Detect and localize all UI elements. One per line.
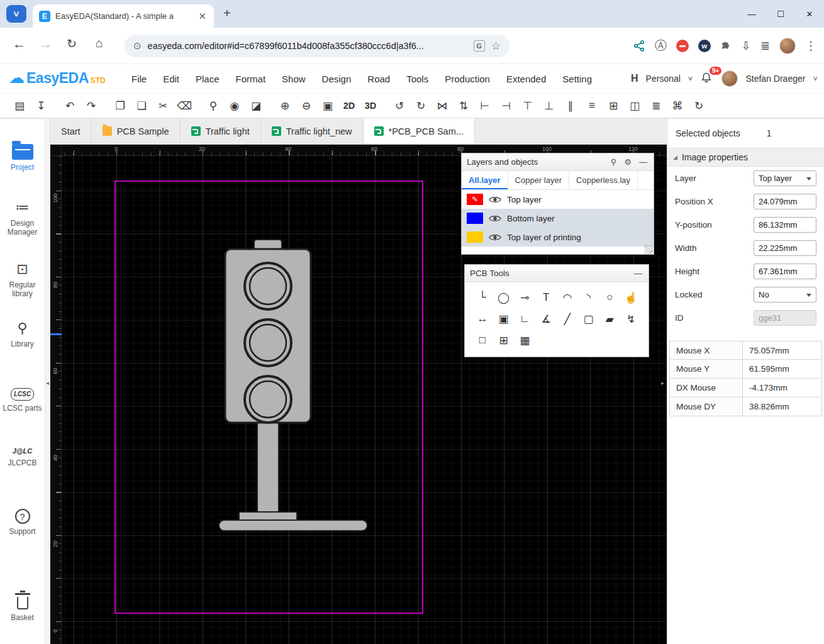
zoom-out-button[interactable]: ⊖	[296, 96, 317, 115]
rotate-ccw-button[interactable]: ↺	[389, 96, 410, 115]
locked-select[interactable]: No	[754, 287, 816, 303]
sidebar-item-lcsc-parts[interactable]: LCSC LCSC parts	[0, 386, 45, 413]
address-bar[interactable]: ⊙ easyeda.com/editor#id=c67899f6011b4d00…	[125, 35, 509, 57]
pcb-tool-connect-pad-icon[interactable]: ↯	[621, 311, 641, 326]
flip-vertical-button[interactable]: ⇅	[453, 96, 474, 115]
forward-button[interactable]: →	[39, 36, 52, 52]
image-properties-header[interactable]: ◢ Image properties	[667, 148, 824, 167]
bookmark-star-icon[interactable]: ☆	[491, 40, 501, 53]
width-input[interactable]: 22.225mm	[754, 240, 816, 256]
arrange-windows-button[interactable]: ◫	[624, 96, 645, 115]
align-bottom-button[interactable]: ⊥	[538, 96, 560, 115]
personal-dropdown[interactable]: Personal	[646, 74, 681, 84]
layers-tab-all-layer[interactable]: All.layer	[462, 171, 508, 189]
layers-panel-header[interactable]: Layers and objects ⚲ ⚙ —	[462, 153, 654, 171]
collapse-left-panel-arrow[interactable]: ◂	[45, 374, 50, 392]
resize-grip[interactable]	[645, 245, 653, 253]
open-project-button[interactable]: ▤	[9, 96, 30, 115]
delete-button[interactable]: ⌫	[174, 96, 195, 115]
rotate-cw-button[interactable]: ↻	[410, 96, 431, 115]
menu-tools[interactable]: Tools	[398, 74, 437, 84]
window-close-button[interactable]: ✕	[795, 0, 824, 28]
menu-show[interactable]: Show	[274, 74, 314, 84]
align-left-button[interactable]: ⊢	[474, 96, 496, 115]
new-tab-button[interactable]: +	[223, 6, 231, 21]
browser-profile-avatar[interactable]	[779, 38, 796, 54]
position-y-input[interactable]: 86.132mm	[754, 217, 816, 233]
align-right-button[interactable]: ⊣	[496, 96, 517, 115]
pcb-tool-canvas-origin-icon[interactable]: ∟	[515, 311, 535, 326]
reload-button[interactable]: ↻	[67, 36, 77, 51]
pcb-tool-track-icon[interactable]: └	[472, 290, 493, 305]
pcb-tool-drag-icon[interactable]: ☝	[621, 290, 641, 305]
menu-design[interactable]: Design	[314, 74, 360, 84]
pcb-tool-dimension-icon[interactable]: ↔	[472, 311, 493, 326]
save-button[interactable]: ↧	[30, 96, 52, 115]
menu-production[interactable]: Production	[437, 74, 498, 84]
eye-icon[interactable]	[489, 214, 501, 223]
extension-a-icon[interactable]: Ⓐ	[655, 38, 667, 54]
url-text[interactable]: easyeda.com/editor#id=c67899f6011b4d008f…	[148, 41, 467, 51]
collapse-section-icon[interactable]: ◢	[673, 154, 677, 160]
layer-color-swatch[interactable]	[467, 213, 483, 224]
tab-search-button[interactable]: ˅	[6, 5, 26, 23]
sidebar-item-support[interactable]: ? Support	[0, 508, 45, 536]
pcb-tool-pad-icon[interactable]: ◯	[494, 290, 514, 305]
pcb-tool-image-icon[interactable]: ▣	[494, 311, 514, 326]
pcb-tool-text-icon[interactable]: T	[536, 290, 556, 305]
gear-icon[interactable]: ⚙	[623, 157, 633, 167]
distribute-vertical-button[interactable]: ≡	[581, 96, 603, 115]
menu-setting[interactable]: Setting	[554, 74, 600, 84]
share-icon[interactable]	[633, 40, 645, 52]
sidebar-item-regular-library[interactable]: ⊡ Regular library	[0, 261, 45, 299]
browser-menu-icon[interactable]: ⋮	[805, 39, 816, 53]
home-button[interactable]: ⌂	[96, 36, 103, 50]
sidebar-item-design-manager[interactable]: ≔ Design Manager	[0, 199, 45, 237]
doc-tab-pcb-pcb-sample[interactable]: *PCB_PCB Sam...	[364, 118, 475, 144]
layers-tab-copperless-layer[interactable]: Copperless.lay	[569, 171, 638, 189]
user-name-dropdown[interactable]: Stefan Draeger	[745, 74, 805, 84]
window-maximize-button[interactable]: ☐	[766, 0, 795, 28]
minimize-panel-icon[interactable]: —	[638, 157, 649, 167]
browser-tab[interactable]: E EasyEDA(Standard) - A simple a ✕	[33, 4, 214, 28]
copy-button[interactable]: ❏	[131, 96, 152, 115]
pcb-tool-via-icon[interactable]: ⊸	[515, 290, 535, 305]
layer-color-swatch[interactable]: ✎	[467, 194, 483, 205]
menu-format[interactable]: Format	[228, 74, 274, 84]
traffic-light-image[interactable]	[219, 240, 367, 531]
align-top-button[interactable]: ⊤	[517, 96, 538, 115]
translate-icon[interactable]: G	[474, 40, 485, 52]
shortcut-keys-button[interactable]: ⌘	[667, 96, 688, 115]
pcb-tool-protractor-icon[interactable]: ∡	[536, 311, 556, 326]
tab-close-icon[interactable]: ✕	[197, 11, 208, 22]
sidebar-item-library[interactable]: ⚲ Library	[0, 320, 45, 348]
align-grid-button[interactable]: ⊞	[603, 96, 624, 115]
menu-edit[interactable]: Edit	[155, 74, 187, 84]
refresh-button[interactable]: ↻	[688, 96, 710, 115]
layer-select[interactable]: Top layer	[754, 170, 816, 186]
doc-tab-traffic-light[interactable]: Traffic light	[181, 118, 261, 144]
reading-list-icon[interactable]: ≣	[760, 39, 770, 53]
layer-color-swatch[interactable]	[467, 231, 483, 243]
net-list-button[interactable]: ≣	[645, 96, 667, 115]
layer-row-top-silkscreen[interactable]: Top layer of printing	[462, 228, 654, 247]
flip-horizontal-button[interactable]: ⋈	[431, 96, 453, 115]
downloads-icon[interactable]: ⇩	[742, 39, 751, 53]
workspace-icon[interactable]: H	[631, 73, 638, 84]
eye-icon[interactable]	[489, 233, 501, 242]
pcb-tool-group-icon[interactable]: ⊞	[494, 333, 514, 348]
height-input[interactable]: 67.361mm	[754, 264, 816, 279]
pcb-tool-dashed-region-icon[interactable]: ▢	[579, 311, 599, 326]
pcb-tool-solid-region-icon[interactable]: ▰	[600, 311, 620, 326]
user-avatar[interactable]	[721, 70, 738, 87]
doc-tab-start[interactable]: Start	[50, 118, 92, 144]
view-2d-button[interactable]: 2D	[338, 96, 360, 115]
sidebar-item-jlcpcb[interactable]: J@LC JLCPCB	[0, 442, 45, 468]
back-button[interactable]: ←	[13, 36, 26, 52]
menu-place[interactable]: Place	[187, 74, 228, 84]
search-button[interactable]: ⚲	[203, 96, 224, 115]
window-minimize-button[interactable]: —	[737, 0, 766, 28]
pcb-tool-rect-icon[interactable]: □	[472, 333, 493, 348]
layer-row-top-layer[interactable]: ✎ Top layer	[462, 190, 654, 209]
menu-file[interactable]: File	[123, 74, 155, 84]
